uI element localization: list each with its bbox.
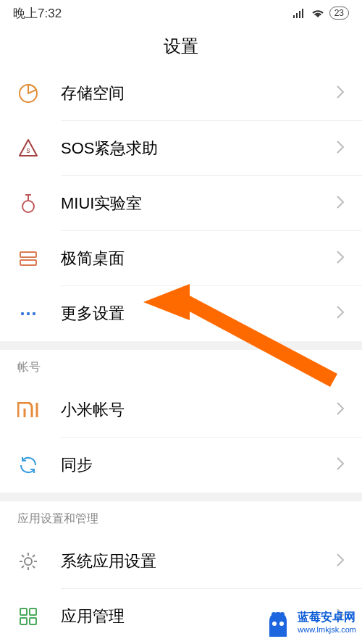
row-label: 极简桌面 — [61, 248, 336, 269]
chevron-right-icon — [336, 608, 345, 625]
chevron-right-icon — [336, 195, 345, 212]
row-label: 存储空间 — [61, 83, 336, 104]
chevron-right-icon — [336, 553, 345, 570]
storage-icon — [17, 83, 39, 104]
section-header-account: 帐号 — [0, 350, 362, 382]
svg-text:s: s — [27, 146, 30, 154]
status-bar: 晚上7:32 23 — [0, 0, 362, 26]
page-title: 设置 — [0, 26, 362, 66]
sos-icon: s — [17, 138, 39, 159]
row-sys-app-settings[interactable]: 系统应用设置 — [0, 534, 362, 589]
chevron-right-icon — [336, 305, 345, 322]
status-tray: 23 — [293, 7, 349, 20]
row-label: MIUI实验室 — [61, 193, 336, 214]
more-icon — [17, 303, 39, 325]
row-app-manage[interactable]: 应用管理 — [0, 589, 362, 644]
status-time: 晚上7:32 — [13, 5, 62, 22]
chevron-right-icon — [336, 456, 345, 474]
mi-logo-icon — [17, 399, 39, 421]
sync-icon — [17, 454, 39, 476]
row-label: SOS紧急求助 — [61, 138, 336, 159]
svg-rect-10 — [20, 260, 36, 265]
section-divider — [0, 493, 362, 501]
svg-line-24 — [22, 566, 24, 568]
signal-icon — [293, 8, 306, 18]
row-sos[interactable]: s SOS紧急求助 — [0, 121, 362, 176]
row-label: 应用管理 — [61, 606, 336, 627]
chevron-right-icon — [336, 401, 345, 419]
svg-line-22 — [33, 566, 35, 568]
svg-rect-0 — [293, 15, 295, 18]
row-label: 系统应用设置 — [61, 551, 336, 572]
svg-rect-26 — [30, 609, 36, 615]
grid-icon — [17, 606, 39, 627]
svg-point-16 — [25, 558, 32, 565]
row-mi-account[interactable]: 小米帐号 — [0, 382, 362, 438]
row-storage[interactable]: 存储空间 — [0, 66, 362, 121]
settings-list: 存储空间 s SOS紧急求助 — [0, 66, 362, 644]
row-simple-home[interactable]: 极简桌面 — [0, 231, 362, 286]
svg-line-21 — [22, 555, 24, 557]
layout-icon — [17, 248, 39, 269]
svg-rect-9 — [20, 252, 36, 257]
gear-icon — [17, 551, 39, 572]
svg-point-11 — [21, 312, 24, 315]
svg-line-23 — [33, 555, 35, 557]
chevron-right-icon — [336, 85, 345, 102]
row-label: 更多设置 — [61, 303, 336, 325]
row-miui-lab[interactable]: MIUI实验室 — [0, 176, 362, 231]
chevron-right-icon — [336, 250, 345, 267]
battery-icon: 23 — [329, 7, 349, 20]
svg-point-12 — [27, 312, 30, 315]
row-sync[interactable]: 同步 — [0, 438, 362, 493]
section-header-apps: 应用设置和管理 — [0, 501, 362, 534]
svg-rect-3 — [302, 9, 303, 18]
flask-icon — [17, 193, 39, 214]
svg-rect-1 — [296, 13, 298, 18]
section-divider — [0, 341, 362, 350]
row-label: 小米帐号 — [61, 399, 336, 421]
svg-point-13 — [33, 312, 35, 315]
svg-rect-27 — [20, 618, 27, 624]
svg-point-6 — [22, 201, 34, 212]
svg-rect-28 — [30, 618, 36, 624]
row-label: 同步 — [61, 454, 336, 476]
svg-rect-25 — [20, 609, 27, 615]
svg-rect-2 — [299, 11, 300, 18]
chevron-right-icon — [336, 140, 345, 157]
wifi-icon — [311, 8, 325, 18]
row-more-settings[interactable]: 更多设置 — [0, 286, 362, 341]
